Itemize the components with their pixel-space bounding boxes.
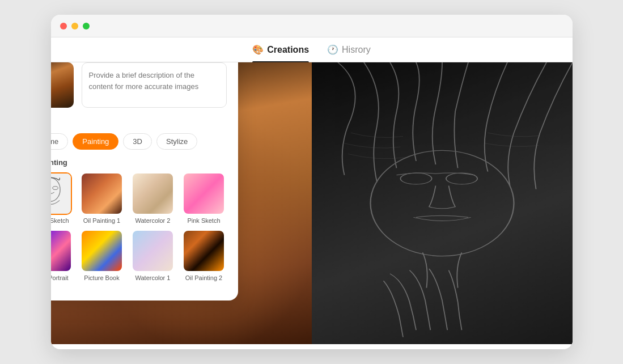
maximize-dot[interactable]: [83, 23, 90, 29]
title-bar: [51, 15, 573, 37]
style-thumb-watercolor-1: [132, 230, 174, 272]
floating-panel: Style Anime Painting 3D Stylize ✦ Painti…: [51, 62, 238, 300]
style-name-watercolor-2: Watercolor 2: [135, 217, 171, 224]
tab-bar: 🎨 Creations 🕐 Hisrory: [51, 37, 573, 62]
svg-rect-3: [51, 173, 71, 214]
description-input[interactable]: [82, 62, 227, 108]
style-grid: Mono Sketch Oil Painting 1 Watercolor 2: [51, 172, 227, 281]
style-tab-stylize[interactable]: Stylize: [156, 133, 197, 150]
main-content: Style Anime Painting 3D Stylize ✦ Painti…: [51, 62, 573, 344]
style-tab-3d[interactable]: 3D: [123, 133, 152, 150]
style-thumb-picture-book: [80, 230, 123, 272]
style-tab-anime[interactable]: Anime: [51, 133, 69, 150]
painting-label: ✦ Painting: [51, 158, 227, 167]
tab-history-label: Hisrory: [342, 45, 371, 55]
history-icon: 🕐: [327, 44, 338, 55]
style-section: Style Anime Painting 3D Stylize ✦ Painti…: [51, 118, 227, 281]
style-name-picture-book: Picture Book: [84, 274, 119, 281]
style-name-watercolor-1: Watercolor 1: [135, 274, 171, 281]
tab-creations[interactable]: 🎨 Creations: [252, 44, 309, 62]
style-thumb-fluid-portrait: [51, 230, 73, 272]
style-thumb-pink-sketch: [183, 172, 225, 215]
tab-creations-label: Creations: [267, 45, 309, 55]
style-item-fluid-portrait[interactable]: Fluid Portrait: [51, 230, 74, 281]
style-name-fluid-portrait: Fluid Portrait: [51, 274, 69, 281]
style-name-pink-sketch: Pink Sketch: [187, 217, 220, 224]
svg-point-1: [400, 173, 431, 184]
style-thumb-mono-sketch: [51, 172, 73, 215]
style-item-oil-painting-1[interactable]: Oil Painting 1: [79, 172, 125, 224]
creations-icon: 🎨: [252, 44, 264, 55]
style-label: Style: [51, 118, 227, 128]
face-right: [312, 62, 573, 344]
style-item-oil-painting-2[interactable]: Oil Painting 2: [181, 230, 227, 281]
style-thumb-oil-painting-1: [80, 172, 123, 215]
svg-point-2: [446, 173, 477, 184]
upload-section: [51, 62, 227, 108]
tab-history[interactable]: 🕐 Hisrory: [327, 44, 371, 62]
sketch-overlay: [312, 62, 573, 344]
style-item-watercolor-1[interactable]: Watercolor 1: [130, 230, 176, 281]
style-tabs: Anime Painting 3D Stylize: [51, 133, 227, 150]
style-thumb-oil-painting-2: [183, 230, 225, 272]
style-item-mono-sketch[interactable]: Mono Sketch: [51, 172, 74, 224]
style-tab-painting[interactable]: Painting: [73, 133, 118, 150]
minimize-dot[interactable]: [71, 23, 78, 29]
style-item-watercolor-2[interactable]: Watercolor 2: [130, 172, 176, 224]
style-name-oil-painting-1: Oil Painting 1: [83, 217, 120, 224]
style-name-mono-sketch: Mono Sketch: [51, 217, 69, 224]
upload-thumbnail[interactable]: [51, 62, 74, 108]
style-item-pink-sketch[interactable]: Pink Sketch: [181, 172, 227, 224]
style-name-oil-painting-2: Oil Painting 2: [185, 274, 222, 281]
style-item-picture-book[interactable]: Picture Book: [79, 230, 125, 281]
main-window: 🎨 Creations 🕐 Hisrory: [51, 15, 573, 349]
svg-point-0: [370, 150, 514, 256]
style-thumb-watercolor-2: [132, 172, 174, 215]
close-dot[interactable]: [60, 23, 67, 29]
